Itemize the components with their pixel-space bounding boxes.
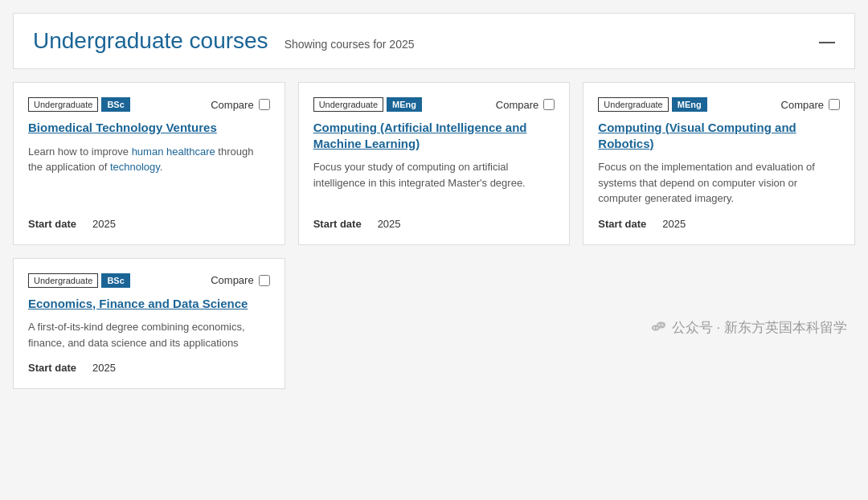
start-date-row-2: Start date 2025 xyxy=(313,218,555,230)
svg-point-2 xyxy=(653,327,655,329)
header-left: Undergraduate courses Showing courses fo… xyxy=(33,28,415,54)
start-value-2: 2025 xyxy=(378,218,401,230)
compare-label-4: Compare xyxy=(211,274,253,286)
course-description-2: Focus your study of computing on artific… xyxy=(313,159,555,207)
compare-checkbox-4[interactable] xyxy=(259,275,270,286)
compare-checkbox-3[interactable] xyxy=(829,99,840,110)
svg-point-5 xyxy=(661,325,663,326)
start-date-row-1: Start date 2025 xyxy=(28,218,270,230)
course-description-1: Learn how to improve human healthcare th… xyxy=(28,144,270,207)
page-container: Undergraduate courses Showing courses fo… xyxy=(0,0,868,402)
course-card-4: Undergraduate BSc Compare Economics, Fin… xyxy=(13,258,285,390)
collapse-icon[interactable]: — xyxy=(819,33,835,49)
badge-group-2: Undergraduate MEng xyxy=(313,97,422,112)
compare-group-1: Compare xyxy=(211,99,269,111)
badge-group-3: Undergraduate MEng xyxy=(598,97,706,112)
compare-group-3: Compare xyxy=(781,99,840,111)
course-description-4: A first-of-its-kind degree combining eco… xyxy=(28,319,270,350)
courses-grid-bottom: Undergraduate BSc Compare Economics, Fin… xyxy=(13,258,855,390)
showing-text: Showing courses for 2025 xyxy=(285,38,415,51)
compare-label-2: Compare xyxy=(496,99,538,111)
course-card-3: Undergraduate MEng Compare Computing (Vi… xyxy=(583,82,855,245)
wechat-icon xyxy=(649,318,667,336)
badge-group-4: Undergraduate BSc xyxy=(28,273,130,288)
start-date-row-3: Start date 2025 xyxy=(598,218,840,230)
course-card-1: Undergraduate BSc Compare Biomedical Tec… xyxy=(13,82,285,245)
card-header-2: Undergraduate MEng Compare xyxy=(313,97,555,112)
start-label-3: Start date xyxy=(598,218,646,230)
badge-undergraduate-1: Undergraduate xyxy=(28,97,98,112)
svg-point-1 xyxy=(657,322,665,328)
compare-label-3: Compare xyxy=(781,99,824,111)
card-header-1: Undergraduate BSc Compare xyxy=(28,97,270,112)
start-label-1: Start date xyxy=(28,218,76,230)
course-title-4[interactable]: Economics, Finance and Data Science xyxy=(28,296,270,312)
start-value-1: 2025 xyxy=(92,218,116,230)
course-title-1[interactable]: Biomedical Technology Ventures xyxy=(28,120,270,136)
badge-undergraduate-4: Undergraduate xyxy=(28,273,98,288)
course-card-2: Undergraduate MEng Compare Computing (Ar… xyxy=(298,82,571,245)
badge-bsc-1: BSc xyxy=(101,97,129,112)
badge-bsc-4: BSc xyxy=(101,273,129,288)
start-label-2: Start date xyxy=(313,218,362,230)
courses-grid-top: Undergraduate BSc Compare Biomedical Tec… xyxy=(13,82,855,245)
compare-group-4: Compare xyxy=(211,274,269,286)
start-label-4: Start date xyxy=(28,362,76,374)
start-value-4: 2025 xyxy=(92,362,116,374)
compare-label-1: Compare xyxy=(211,99,253,111)
course-title-3[interactable]: Computing (Visual Computing and Robotics… xyxy=(598,120,840,151)
svg-point-4 xyxy=(658,325,660,326)
svg-point-3 xyxy=(657,327,658,329)
course-title-2[interactable]: Computing (Artificial Intelligence and M… xyxy=(313,120,555,151)
card-header-3: Undergraduate MEng Compare xyxy=(598,97,840,112)
compare-checkbox-1[interactable] xyxy=(259,99,270,110)
watermark-text: 公众号 · 新东方英国本科留学 xyxy=(672,318,847,337)
badge-group-1: Undergraduate BSc xyxy=(28,97,130,112)
start-value-3: 2025 xyxy=(662,218,686,230)
header-section: Undergraduate courses Showing courses fo… xyxy=(13,13,855,69)
badge-meng-3: MEng xyxy=(672,97,707,112)
compare-group-2: Compare xyxy=(496,99,555,111)
course-description-3: Focus on the implementation and evaluati… xyxy=(598,159,840,207)
compare-checkbox-2[interactable] xyxy=(543,99,555,110)
watermark-area: 公众号 · 新东方英国本科留学 xyxy=(298,258,855,390)
page-title: Undergraduate courses xyxy=(33,28,268,54)
badge-meng-2: MEng xyxy=(387,97,422,112)
badge-undergraduate-2: Undergraduate xyxy=(313,97,383,112)
badge-undergraduate-3: Undergraduate xyxy=(598,97,668,112)
start-date-row-4: Start date 2025 xyxy=(28,362,270,374)
card-header-4: Undergraduate BSc Compare xyxy=(28,273,270,288)
